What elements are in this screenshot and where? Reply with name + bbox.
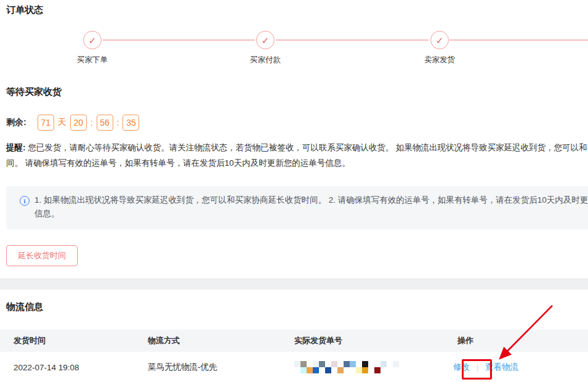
countdown-label: 剩余: bbox=[6, 117, 26, 128]
logistics-method-cell: 菜鸟无忧物流-优先 bbox=[148, 362, 294, 373]
check-icon: ✓ bbox=[89, 36, 97, 45]
step-label-buyer-paid: 买家付款 bbox=[250, 55, 281, 65]
ship-time-cell: 2022-07-14 19:08 bbox=[0, 363, 148, 372]
step-label-buyer-ordered: 买家下单 bbox=[77, 55, 108, 65]
info-circle-icon: i bbox=[20, 196, 30, 206]
tracking-number-redacted bbox=[294, 361, 457, 373]
countdown-colon: : bbox=[117, 118, 119, 128]
step-connector bbox=[449, 39, 588, 41]
step-connector bbox=[103, 39, 255, 41]
header-tracking-number: 实际发货单号 bbox=[294, 335, 457, 346]
check-icon: ✓ bbox=[262, 36, 270, 45]
reminder-line1: 您已发货，请耐心等待买家确认收货。请关注物流状态，若货物已被签收，可以联系买家确… bbox=[28, 143, 588, 152]
countdown-hours-box: 20 bbox=[70, 115, 87, 131]
order-detail-page: 订单状态 ✓ ✓ ✓ 买家下单 买家付款 卖家发货 等待买家收货 剩余: 71 … bbox=[0, 0, 588, 382]
notice-box: i 1. 如果物流出现状况将导致买家延迟收到货，您可以和买家协商延长收货时间。 … bbox=[6, 186, 588, 229]
step-buyer-paid: ✓ bbox=[256, 31, 275, 49]
countdown-minutes-box: 56 bbox=[97, 115, 113, 131]
countdown-days-box: 71 bbox=[38, 115, 54, 131]
header-method: 物流方式 bbox=[148, 335, 294, 346]
extend-receipt-time-button[interactable]: 延长收货时间 bbox=[6, 245, 78, 266]
reminder-text: 提醒: 您已发货，请耐心等待买家确认收货。请关注物流状态，若货物已被签收，可以联… bbox=[6, 140, 588, 171]
step-buyer-ordered: ✓ bbox=[83, 31, 102, 49]
modify-link[interactable]: 修改 bbox=[453, 362, 470, 372]
remaining-time-countdown: 剩余: 71 天 20 : 56 : 35 bbox=[6, 115, 139, 131]
tracking-number-cell bbox=[294, 361, 457, 373]
logistics-table-header: 发货时间 物流方式 实际发货单号 操作 bbox=[0, 330, 588, 352]
check-icon: ✓ bbox=[436, 36, 444, 45]
view-logistics-link[interactable]: 查看物流 bbox=[485, 362, 518, 372]
notice-line1: 1. 如果物流出现状况将导致买家延迟收到货，您可以和买家协商延长收货时间。 2.… bbox=[34, 194, 588, 206]
step-connector bbox=[276, 39, 429, 41]
header-ship-time: 发货时间 bbox=[0, 335, 148, 346]
actions-cell: 修改 | 查看物流 bbox=[457, 362, 588, 373]
table-row: 2022-07-14 19:08 菜鸟无忧物流-优先 修改 | 查看物流 bbox=[0, 352, 588, 382]
reminder-line2: 间。 请确保填写有效的运单号，如果有转单号，请在发货后10天内及时更新您的运单号… bbox=[6, 158, 350, 168]
notice-line2: 信息。 bbox=[34, 208, 60, 220]
order-progress-stepper: ✓ ✓ ✓ 买家下单 买家付款 卖家发货 bbox=[0, 0, 588, 68]
logistics-section-title: 物流信息 bbox=[6, 301, 43, 313]
step-seller-shipped: ✓ bbox=[430, 31, 449, 49]
reminder-label: 提醒: bbox=[6, 143, 26, 152]
section-divider bbox=[0, 278, 588, 290]
countdown-colon: : bbox=[91, 118, 93, 128]
waiting-section-title: 等待买家收货 bbox=[6, 86, 62, 98]
step-label-seller-shipped: 卖家发货 bbox=[424, 55, 455, 65]
link-separator: | bbox=[477, 362, 478, 372]
countdown-seconds-box: 35 bbox=[123, 115, 139, 131]
header-actions: 操作 bbox=[457, 335, 588, 346]
countdown-days-unit: 天 bbox=[58, 117, 66, 128]
